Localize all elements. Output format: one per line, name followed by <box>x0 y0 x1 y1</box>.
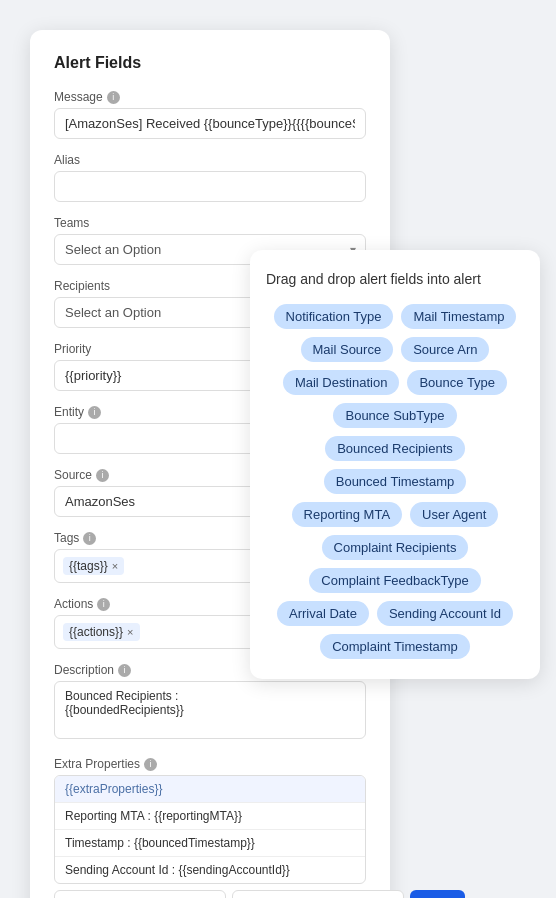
extra-prop-item: Sending Account Id : {{sendingAccountId}… <box>55 857 365 883</box>
alias-input[interactable] <box>54 171 366 202</box>
description-info-icon: i <box>118 664 131 677</box>
extra-properties-field-group: Extra Properties i {{extraProperties}} R… <box>54 757 366 898</box>
alias-label: Alias <box>54 153 366 167</box>
description-input[interactable]: Bounced Recipients : {{boundedRecipients… <box>54 681 366 739</box>
message-info-icon: i <box>107 91 120 104</box>
drag-tag-item[interactable]: Complaint FeedbackType <box>309 568 480 593</box>
extra-prop-item: {{extraProperties}} <box>55 776 365 803</box>
tag-remove-button[interactable]: × <box>112 561 118 572</box>
message-label: Message i <box>54 90 366 104</box>
extra-prop-item: Reporting MTA : {{reportingMTA}} <box>55 803 365 830</box>
actions-info-icon: i <box>97 598 110 611</box>
teams-label: Teams <box>54 216 366 230</box>
drag-tag-item[interactable]: Mail Destination <box>283 370 400 395</box>
tag-item: {{tags}} × <box>63 557 124 575</box>
drag-tag-item[interactable]: Sending Account Id <box>377 601 513 626</box>
drag-tag-item[interactable]: Reporting MTA <box>292 502 402 527</box>
alias-field-group: Alias <box>54 153 366 202</box>
source-info-icon: i <box>96 469 109 482</box>
drag-tag-item[interactable]: Notification Type <box>274 304 394 329</box>
add-property-button[interactable]: Add <box>410 890 465 898</box>
drag-tag-item[interactable]: Mail Source <box>301 337 394 362</box>
action-tag-remove-button[interactable]: × <box>127 627 133 638</box>
add-property-value-input[interactable] <box>232 890 404 898</box>
drag-tag-item[interactable]: User Agent <box>410 502 498 527</box>
drag-tag-item[interactable]: Complaint Timestamp <box>320 634 470 659</box>
drag-card-title: Drag and drop alert fields into alert <box>266 270 524 290</box>
extra-props-info-icon: i <box>144 758 157 771</box>
tags-info-icon: i <box>83 532 96 545</box>
drag-tags-area: Notification TypeMail TimestampMail Sour… <box>266 304 524 659</box>
main-card-title: Alert Fields <box>54 54 366 72</box>
drag-tag-item[interactable]: Mail Timestamp <box>401 304 516 329</box>
drag-tag-item[interactable]: Source Arn <box>401 337 489 362</box>
extra-props-box: {{extraProperties}} Reporting MTA : {{re… <box>54 775 366 884</box>
action-tag-item: {{actions}} × <box>63 623 140 641</box>
drag-card: Drag and drop alert fields into alert No… <box>250 250 540 679</box>
add-property-row: Add <box>54 890 366 898</box>
extra-prop-item: Timestamp : {{bouncedTimestamp}} <box>55 830 365 857</box>
message-field-group: Message i <box>54 90 366 139</box>
drag-tag-item[interactable]: Complaint Recipients <box>322 535 469 560</box>
add-property-name-input[interactable] <box>54 890 226 898</box>
message-input[interactable] <box>54 108 366 139</box>
drag-tag-item[interactable]: Arrival Date <box>277 601 369 626</box>
drag-tag-item[interactable]: Bounced Recipients <box>325 436 465 461</box>
drag-tag-item[interactable]: Bounce Type <box>407 370 507 395</box>
drag-tag-item[interactable]: Bounce SubType <box>333 403 456 428</box>
extra-properties-label: Extra Properties i <box>54 757 366 771</box>
drag-tag-item[interactable]: Bounced Timestamp <box>324 469 467 494</box>
entity-info-icon: i <box>88 406 101 419</box>
